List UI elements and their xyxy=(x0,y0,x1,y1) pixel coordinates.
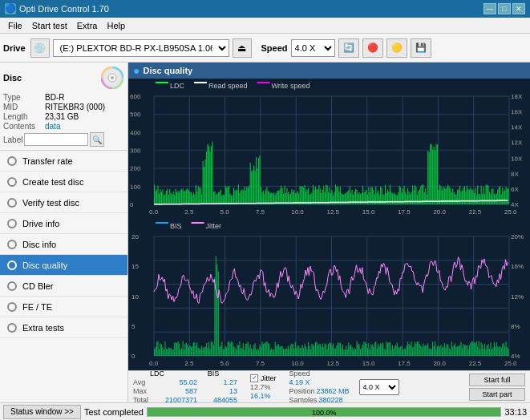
disc-label-text: Label xyxy=(3,135,22,144)
close-button[interactable]: ✕ xyxy=(512,3,525,14)
sidebar-label-create-test: Create test disc xyxy=(22,177,83,187)
jitter-label: Jitter xyxy=(261,374,277,382)
sidebar-item-disc-info[interactable]: Disc info xyxy=(0,234,127,255)
chart-title: Disc quality xyxy=(143,66,192,75)
disc-mid-value: RITEKBR3 (000) xyxy=(45,103,105,111)
stats-headers-row: LDC BIS xyxy=(133,370,237,378)
disc-label-btn[interactable]: 🔍 xyxy=(90,132,104,147)
progress-text: 100.0% xyxy=(148,408,501,417)
speed-section: Speed 4.19 X Position 23862 MB Samples 3… xyxy=(289,370,350,402)
main-layout: Disc Type BD-R MI xyxy=(0,63,530,402)
disc-length-value: 23,31 GB xyxy=(45,112,79,121)
sidebar-item-transfer-rate[interactable]: Transfer rate xyxy=(0,151,127,172)
menu-help[interactable]: Help xyxy=(102,19,130,32)
menu-starttest[interactable]: Start test xyxy=(27,19,72,32)
start-full-button[interactable]: Start full xyxy=(469,374,525,386)
jitter-checkbox[interactable]: ✓ xyxy=(250,374,258,382)
drive-info-icon xyxy=(6,218,18,229)
menu-file[interactable]: File xyxy=(3,19,27,32)
disc-type-row: Type BD-R xyxy=(3,93,124,102)
disc-type-label: Type xyxy=(3,93,45,102)
samples-row: Samples 380228 xyxy=(289,396,350,402)
stats-avg-row: Avg 55.02 1.27 xyxy=(133,378,237,386)
chart-header: ● Disc quality xyxy=(128,63,530,79)
sidebar-item-disc-quality[interactable]: Disc quality xyxy=(0,255,127,276)
disc-panel: Disc Type BD-R MI xyxy=(0,63,127,151)
bottom-stats: LDC BIS Avg 55.02 1.27 Max 587 13 Total … xyxy=(128,370,530,402)
jitter-avg-value: 12.7% xyxy=(250,383,271,391)
disc-info-icon xyxy=(6,239,18,250)
speed-select-section: 4.0 X xyxy=(359,379,399,395)
avg-label: Avg xyxy=(133,378,146,386)
stats-max-row: Max 587 13 xyxy=(133,387,237,395)
disc-mid-row: MID RITEKBR3 (000) xyxy=(3,103,124,111)
settings-button2[interactable]: 🟡 xyxy=(386,38,407,58)
start-buttons: Start full Start part xyxy=(469,374,525,401)
titlebar-left: 🔵 Opti Drive Control 1.70 xyxy=(5,3,109,14)
titlebar: 🔵 Opti Drive Control 1.70 — □ ✕ xyxy=(0,0,530,18)
sidebar-label-verify-test: Verify test disc xyxy=(22,198,79,208)
drive-select[interactable]: (E:) PLEXTOR BD-R PX-LB950SA 1.06 xyxy=(53,39,229,57)
app-title: Opti Drive Control 1.70 xyxy=(19,4,109,14)
samples-value: 380228 xyxy=(319,396,343,402)
ldc-header: LDC xyxy=(133,370,181,378)
sidebar-item-extra-tests[interactable]: Extra tests xyxy=(0,317,127,338)
stats-ldc-bis: LDC BIS Avg 55.02 1.27 Max 587 13 Total … xyxy=(133,370,237,402)
stats-total-row: Total 21007371 484055 xyxy=(133,396,237,402)
jitter-avg-label: 12.7% xyxy=(250,383,277,391)
status-time: 33:13 xyxy=(504,407,527,417)
total-bis-value: 484055 xyxy=(213,396,237,402)
extra-tests-icon xyxy=(6,322,18,333)
minimize-button[interactable]: — xyxy=(483,3,496,14)
position-label: Position xyxy=(289,387,315,395)
sidebar-item-cd-bler[interactable]: CD Bler xyxy=(0,276,127,297)
disc-image xyxy=(100,66,124,90)
status-window-button[interactable]: Status window >> xyxy=(3,405,81,419)
sidebar-item-create-test[interactable]: Create test disc xyxy=(0,172,127,192)
result-speed-select[interactable]: 4.0 X xyxy=(359,379,399,395)
disc-contents-value: data xyxy=(45,122,60,131)
disc-contents-row: Contents data xyxy=(3,122,124,131)
disc-label-input[interactable] xyxy=(24,133,88,146)
sidebar-item-verify-test[interactable]: Verify test disc xyxy=(0,192,127,213)
disc-quality-icon xyxy=(6,260,18,271)
menu-extra[interactable]: Extra xyxy=(72,19,103,32)
statusbar: Status window >> Test completed 100.0% 3… xyxy=(0,402,530,420)
app-icon: 🔵 xyxy=(5,3,16,14)
maximize-button[interactable]: □ xyxy=(498,3,511,14)
sidebar-item-drive-info[interactable]: Drive info xyxy=(0,213,127,234)
save-button[interactable]: 💾 xyxy=(411,38,431,58)
drive-icon-btn[interactable]: 💿 xyxy=(30,38,50,58)
avg-ldc-value: 55.02 xyxy=(162,378,197,386)
sidebar-label-disc-info: Disc info xyxy=(22,240,56,249)
max-label: Max xyxy=(133,387,146,395)
total-ldc-value: 21007371 xyxy=(162,396,197,402)
start-part-button[interactable]: Start part xyxy=(469,388,525,401)
jitter-max-value: 16.1% xyxy=(250,392,271,400)
total-label: Total xyxy=(133,396,146,402)
titlebar-controls[interactable]: — □ ✕ xyxy=(483,3,525,14)
sidebar-label-extra-tests: Extra tests xyxy=(22,323,64,333)
refresh-button[interactable]: 🔄 xyxy=(338,38,359,58)
disc-type-value: BD-R xyxy=(45,93,64,102)
jitter-max-row: 16.1% xyxy=(250,392,277,400)
speed-header: Speed xyxy=(289,370,350,378)
top-chart xyxy=(128,79,530,219)
svg-point-2 xyxy=(111,76,114,79)
settings-button1[interactable]: 🔴 xyxy=(362,38,383,58)
sidebar-label-fe-te: FE / TE xyxy=(22,302,52,312)
eject-button[interactable]: ⏏ xyxy=(233,38,252,58)
speed-avg-value: 4.19 X xyxy=(289,378,350,386)
fe-te-icon xyxy=(6,301,18,313)
speed-label: Speed xyxy=(261,43,288,53)
speed-select[interactable]: 4.0 X xyxy=(291,39,335,57)
sidebar: Disc Type BD-R MI xyxy=(0,63,128,402)
content-area: ● Disc quality LDC BIS Avg 55.02 1.27 xyxy=(128,63,530,402)
samples-label: Samples xyxy=(289,396,318,402)
sidebar-item-fe-te[interactable]: FE / TE xyxy=(0,297,127,317)
jitter-section: ✓ Jitter 12.7% 16.1% xyxy=(250,374,277,400)
verify-test-icon xyxy=(6,197,18,208)
avg-bis-value: 1.27 xyxy=(213,378,237,386)
cd-bler-icon xyxy=(6,281,18,292)
disc-mid-label: MID xyxy=(3,103,45,111)
